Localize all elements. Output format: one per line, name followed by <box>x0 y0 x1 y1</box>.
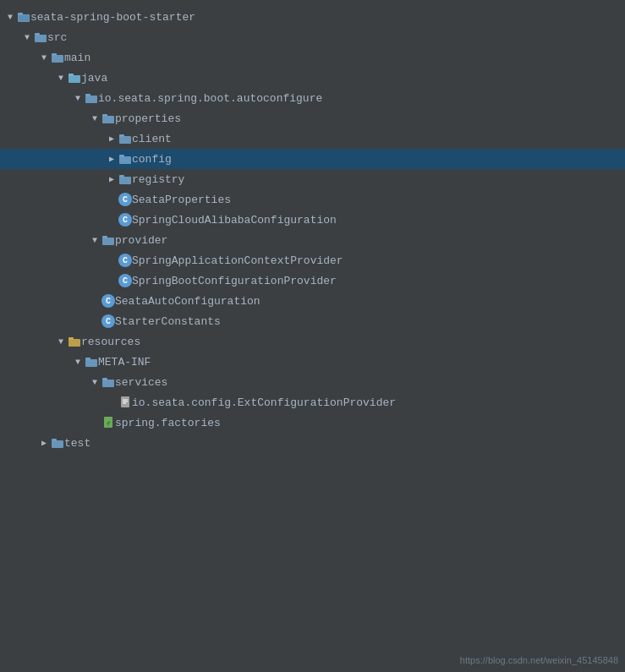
tree-arrow <box>88 114 101 123</box>
tree-item-META-INF[interactable]: META-INF <box>0 352 625 372</box>
tree-item-label: seata-spring-boot-starter <box>30 11 195 24</box>
tree-arrow <box>71 94 85 103</box>
tree-arrow <box>20 33 34 42</box>
folder-blue-icon <box>68 71 81 85</box>
tree-item-label: main <box>64 52 90 64</box>
tree-arrow <box>37 438 51 448</box>
tree-item-src[interactable]: src <box>0 27 625 47</box>
tree-item-SpringCloudAlibabaConfiguration[interactable]: CSpringCloudAlibabaConfiguration <box>0 210 625 230</box>
tree-arrow <box>71 358 85 367</box>
class-icon: C <box>101 314 115 328</box>
svg-rect-24 <box>85 358 90 360</box>
tree-arrow <box>105 154 118 164</box>
svg-rect-22 <box>69 337 74 340</box>
tree-item-label: registry <box>132 173 184 186</box>
tree-item-label: src <box>47 31 67 44</box>
folder-plain-icon <box>101 375 115 389</box>
svg-rect-1 <box>18 13 23 15</box>
tree-item-label: io.seata.spring.boot.autoconfigure <box>98 92 322 105</box>
svg-rect-3 <box>35 35 47 42</box>
class-icon: C <box>118 193 132 206</box>
tree-item-client[interactable]: client <box>0 128 625 149</box>
svg-rect-9 <box>85 96 97 103</box>
folder-plain-icon <box>51 436 64 450</box>
tree-item-SeataProperties[interactable]: CSeataProperties <box>0 189 625 210</box>
tree-item-label: StarterConstants <box>115 315 221 328</box>
tree-arrow <box>54 337 68 347</box>
svg-rect-33 <box>52 440 63 448</box>
tree-item-config[interactable]: config <box>0 149 625 169</box>
tree-item-label: client <box>132 133 172 145</box>
tree-item-SpringApplicationContextProvider[interactable]: CSpringApplicationContextProvider <box>0 250 625 270</box>
svg-rect-34 <box>52 439 57 441</box>
folder-module-icon <box>17 10 30 24</box>
svg-rect-10 <box>85 94 90 96</box>
tree-item-provider[interactable]: provider <box>0 230 625 250</box>
tree-item-label: SpringCloudAlibabaConfiguration <box>132 214 337 227</box>
tree-item-label: provider <box>115 234 167 247</box>
svg-rect-20 <box>102 236 107 238</box>
tree-item-label: io.seata.config.ExtConfigurationProvider <box>132 396 396 409</box>
svg-rect-6 <box>52 53 57 56</box>
file-text-icon <box>118 396 132 409</box>
folder-plain-icon <box>101 233 115 247</box>
tree-item-registry[interactable]: registry <box>0 169 625 189</box>
tree-item-seata-spring-boot-starter[interactable]: seata-spring-boot-starter <box>0 7 625 27</box>
tree-item-properties[interactable]: properties <box>0 108 625 128</box>
svg-rect-17 <box>119 177 131 184</box>
svg-rect-12 <box>102 114 107 117</box>
svg-rect-2 <box>19 15 29 21</box>
tree-item-java[interactable]: java <box>0 68 625 88</box>
tree-item-label: SpringBootConfigurationProvider <box>132 275 337 287</box>
svg-rect-14 <box>119 134 124 137</box>
svg-rect-18 <box>119 175 124 178</box>
tree-arrow <box>3 13 17 22</box>
folder-plain-icon <box>85 91 98 105</box>
svg-rect-5 <box>52 55 63 63</box>
folder-plain-icon <box>118 172 132 186</box>
tree-item-label: test <box>64 437 90 450</box>
tree-item-spring.factories[interactable]: spring.factories <box>0 412 625 433</box>
tree-arrow <box>37 53 51 63</box>
folder-plain-icon <box>101 112 115 125</box>
tree-item-io.seata.spring.boot.autoconfigure[interactable]: io.seata.spring.boot.autoconfigure <box>0 88 625 108</box>
tree-item-label: config <box>132 153 172 166</box>
tree-item-resources[interactable]: resources <box>0 331 625 352</box>
tree-arrow <box>105 174 118 184</box>
tree-item-SeataAutoConfiguration[interactable]: CSeataAutoConfiguration <box>0 291 625 311</box>
class-icon: C <box>101 294 115 308</box>
class-icon: C <box>118 213 132 227</box>
watermark-text: https://blog.csdn.net/weixin_45145848 <box>460 655 618 665</box>
svg-rect-15 <box>119 156 131 164</box>
folder-plain-icon <box>51 51 64 64</box>
svg-rect-16 <box>119 155 124 157</box>
tree-item-io.seata.config.ExtConfigurationProvider[interactable]: io.seata.config.ExtConfigurationProvider <box>0 392 625 412</box>
tree-item-SpringBootConfigurationProvider[interactable]: CSpringBootConfigurationProvider <box>0 270 625 291</box>
file-spring-icon <box>101 416 115 429</box>
svg-rect-8 <box>69 74 74 76</box>
tree-item-StarterConstants[interactable]: CStarterConstants <box>0 311 625 331</box>
tree-item-label: services <box>115 376 167 389</box>
tree-arrow <box>88 378 101 387</box>
tree-item-test[interactable]: test <box>0 433 625 453</box>
class-icon: C <box>118 254 132 267</box>
tree-arrow <box>88 236 101 245</box>
folder-plain-icon <box>34 30 47 44</box>
tree-item-label: SpringApplicationContextProvider <box>132 254 343 267</box>
tree-item-label: SeataProperties <box>132 194 231 206</box>
folder-yellow-icon <box>68 335 81 348</box>
folder-plain-icon <box>85 355 98 369</box>
svg-rect-13 <box>119 136 131 144</box>
tree-item-label: spring.factories <box>115 417 221 429</box>
tree-item-label: resources <box>81 336 140 348</box>
folder-plain-icon <box>118 152 132 166</box>
file-tree: seata-spring-boot-starter src main java … <box>0 0 625 460</box>
class-icon: C <box>118 274 132 287</box>
svg-rect-19 <box>102 238 114 245</box>
tree-item-main[interactable]: main <box>0 47 625 68</box>
tree-item-label: META-INF <box>98 356 151 369</box>
svg-rect-25 <box>102 380 114 387</box>
svg-rect-4 <box>35 33 40 36</box>
tree-item-label: properties <box>115 112 181 125</box>
tree-item-services[interactable]: services <box>0 372 625 392</box>
